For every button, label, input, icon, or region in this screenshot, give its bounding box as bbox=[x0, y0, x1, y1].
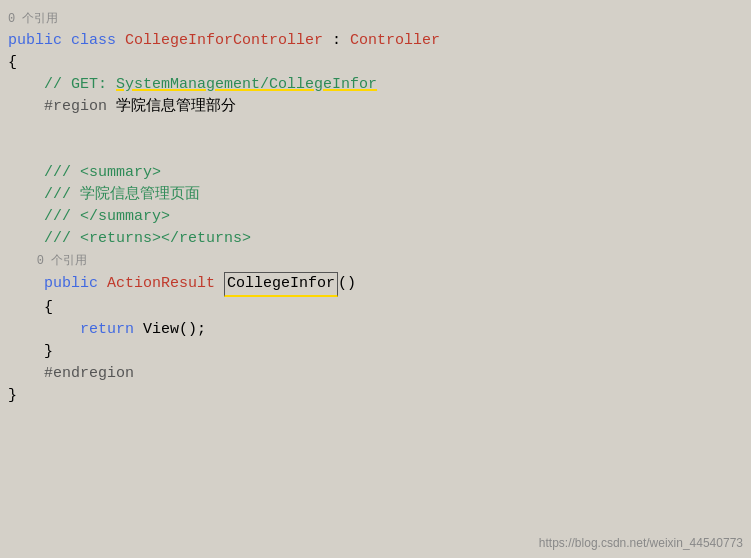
watermark: https://blog.csdn.net/weixin_44540773 bbox=[539, 536, 743, 550]
code-line-4: #region 学院信息管理部分 bbox=[0, 96, 751, 118]
code-line-13: return View(); bbox=[0, 319, 751, 341]
code-line-16: } bbox=[0, 385, 751, 407]
code-line-empty1 bbox=[0, 118, 751, 140]
code-line-10: /// <returns></returns> bbox=[0, 228, 751, 250]
code-container: 0 个引用 public class CollegeInforControlle… bbox=[0, 0, 751, 558]
code-line-1: public class CollegeInforController : Co… bbox=[0, 30, 751, 52]
code-line-8: /// 学院信息管理页面 bbox=[0, 184, 751, 206]
code-line-3: // GET: SystemManagement/CollegeInfor bbox=[0, 74, 751, 96]
code-line-empty2 bbox=[0, 140, 751, 162]
ref-count-mid: 0 个引用 bbox=[0, 250, 751, 272]
code-line-2: { bbox=[0, 52, 751, 74]
code-line-12: { bbox=[0, 297, 751, 319]
code-line-14: } bbox=[0, 341, 751, 363]
ref-count-top: 0 个引用 bbox=[0, 8, 751, 30]
code-line-15: #endregion bbox=[0, 363, 751, 385]
code-line-11: public ActionResult CollegeInfor() bbox=[0, 272, 751, 297]
code-line-9: /// </summary> bbox=[0, 206, 751, 228]
code-line-7: /// <summary> bbox=[0, 162, 751, 184]
